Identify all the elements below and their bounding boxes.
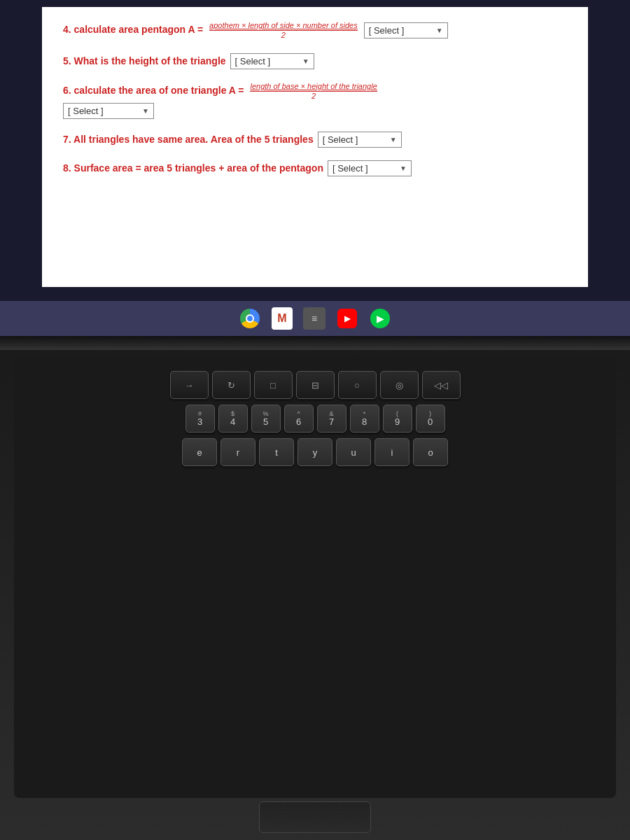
files-icon[interactable]: ≡: [303, 307, 326, 330]
youtube-icon[interactable]: ▶: [336, 307, 358, 330]
key-brightness-down[interactable]: ○: [338, 371, 377, 399]
key-6[interactable]: ^ 6: [284, 405, 314, 433]
q5-dropdown-arrow: ▼: [302, 57, 309, 65]
q7-dropdown-arrow: ▼: [390, 136, 397, 144]
q7-select[interactable]: [ Select ] ▼: [318, 132, 402, 148]
q4-label: 4. calculate area pentagon A =: [63, 23, 203, 37]
q4-formula: apothem × length of side × number of sid…: [209, 21, 358, 39]
gmail-icon[interactable]: M: [272, 307, 293, 330]
q6-formula: length of base × height of the triangle …: [250, 82, 377, 100]
laptop-screen: 4. calculate area pentagon A = apothem ×…: [0, 0, 630, 336]
key-media-back[interactable]: ◁◁: [422, 371, 461, 399]
q8-dropdown-arrow: ▼: [400, 164, 407, 172]
q4-formula-numerator: apothem × length of side × number of sid…: [209, 21, 358, 31]
q8-select[interactable]: [ Select ] ▼: [328, 160, 412, 176]
key-brightness-up[interactable]: ◎: [380, 371, 419, 399]
key-refresh[interactable]: ↻: [212, 371, 251, 399]
q6-select[interactable]: [ Select ] ▼: [63, 103, 154, 119]
qwerty-key-row: e r t y u i o: [21, 438, 609, 466]
question-4-row: 4. calculate area pentagon A = apothem ×…: [63, 21, 567, 39]
q6-line1: 6. calculate the area of one triangle A …: [63, 82, 567, 100]
q6-label: 6. calculate the area of one triangle A …: [63, 84, 244, 98]
question-8-row: 8. Surface area = area 5 triangles + are…: [63, 160, 567, 176]
chrome-icon[interactable]: [239, 307, 261, 330]
key-y[interactable]: y: [298, 438, 332, 466]
key-i[interactable]: i: [374, 438, 410, 466]
q5-label: 5. What is the height of the triangle: [63, 55, 226, 69]
q4-select[interactable]: [ Select ] ▼: [364, 22, 448, 38]
q4-formula-denominator: 2: [281, 31, 286, 39]
q6-dropdown-arrow: ▼: [142, 107, 149, 115]
q5-select[interactable]: [ Select ] ▼: [230, 53, 314, 69]
laptop-body: → ↻ □ ⊟ ○ ◎ ◁◁ # 3: [0, 336, 630, 840]
content-area: 4. calculate area pentagon A = apothem ×…: [42, 7, 588, 287]
number-key-row: # 3 $ 4 % 5 ^ 6 & 7 * 8: [21, 405, 609, 433]
key-0[interactable]: ) 0: [416, 405, 445, 433]
question-6-section: 6. calculate the area of one triangle A …: [63, 82, 567, 119]
key-t[interactable]: t: [259, 438, 294, 466]
key-7[interactable]: & 7: [317, 405, 346, 433]
key-4[interactable]: $ 4: [218, 405, 248, 433]
key-multiwindow[interactable]: ⊟: [296, 371, 335, 399]
q7-label: 7. All triangles have same area. Area of…: [63, 133, 314, 147]
key-o[interactable]: o: [413, 438, 448, 466]
key-window[interactable]: □: [254, 371, 293, 399]
q4-dropdown-arrow: ▼: [436, 27, 443, 34]
key-r[interactable]: r: [220, 438, 255, 466]
key-back[interactable]: →: [170, 371, 209, 399]
youtube-play-button: ▶: [337, 309, 357, 328]
q8-label: 8. Surface area = area 5 triangles + are…: [63, 162, 323, 176]
key-5[interactable]: % 5: [251, 405, 281, 433]
question-5-row: 5. What is the height of the triangle [ …: [63, 53, 567, 69]
keyboard-area: → ↻ □ ⊟ ○ ◎ ◁◁ # 3: [14, 357, 616, 798]
question-7-row: 7. All triangles have same area. Area of…: [63, 132, 567, 148]
q6-line2: [ Select ] ▼: [63, 103, 567, 119]
key-8[interactable]: * 8: [350, 405, 379, 433]
trackpad[interactable]: [259, 802, 371, 833]
green-play-button: ▶: [370, 309, 390, 328]
q6-formula-denominator: 2: [312, 92, 316, 100]
taskbar: M ≡ ▶ ▶: [0, 301, 630, 336]
laptop-hinge: [0, 336, 630, 350]
key-3[interactable]: # 3: [186, 405, 215, 433]
q6-formula-numerator: length of base × height of the triangle: [250, 82, 377, 92]
play-icon[interactable]: ▶: [369, 307, 391, 330]
function-key-row: → ↻ □ ⊟ ○ ◎ ◁◁: [21, 371, 609, 399]
key-e[interactable]: e: [182, 438, 217, 466]
key-9[interactable]: ( 9: [383, 405, 412, 433]
key-u[interactable]: u: [336, 438, 371, 466]
